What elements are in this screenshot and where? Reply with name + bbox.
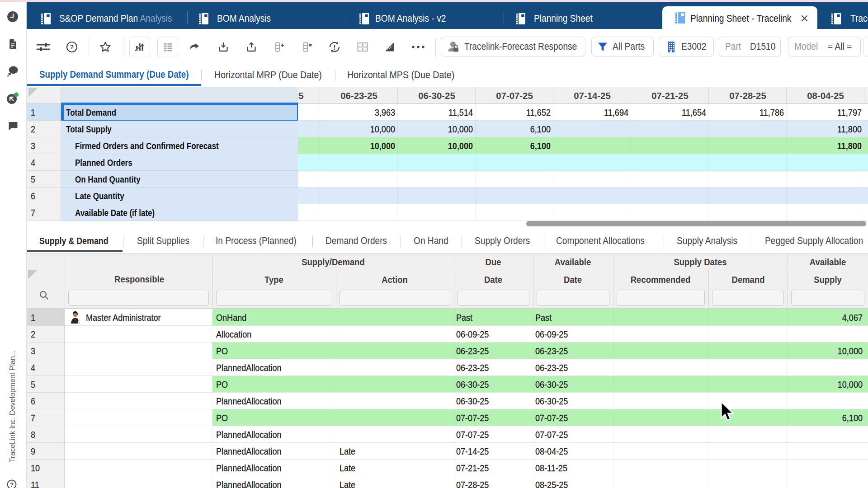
svg-text:?: ? [70, 43, 74, 51]
svg-text:?: ? [10, 481, 14, 488]
